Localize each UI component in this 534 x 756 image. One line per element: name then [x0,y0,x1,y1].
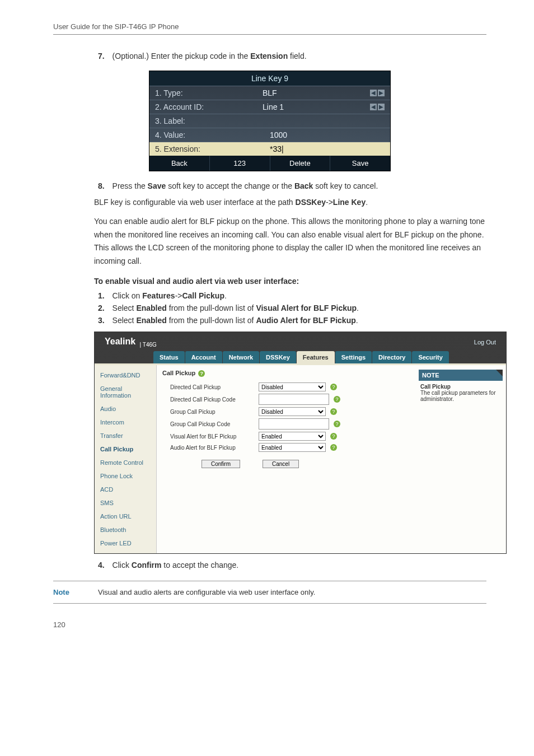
tab-features[interactable]: Features [297,351,335,363]
logout-link[interactable]: Log Out [474,339,496,346]
sidebar: Forward&DND General Information Audio In… [95,365,157,553]
phone-row-account: 2. Account ID: Line 1 ◀▶ [149,100,390,114]
phone-softkeys: Back 123 Delete Save [149,156,390,171]
label-group-call-pickup: Group Call Pickup [162,409,254,415]
tab-status[interactable]: Status [153,351,185,363]
phone-row-label: 3. Label: [149,114,390,128]
sidebar-item-phone-lock[interactable]: Phone Lock [95,469,156,483]
sidebar-item-audio[interactable]: Audio [95,402,156,416]
note-text: Visual and audio alerts are configurable… [98,588,315,596]
input-directed-call-pickup-code[interactable] [259,394,329,405]
phone-screen-title: Line Key 9 [149,71,390,86]
phone-screen-mock: Line Key 9 1. Type: BLF ◀▶ 2. Account ID… [149,71,391,171]
step-2: 2. Select Enabled from the pull-down lis… [98,304,486,312]
softkey-save[interactable]: Save [330,156,390,171]
confirm-button[interactable]: Confirm [202,460,240,468]
bottom-note-bar: Note Visual and audio alerts are configu… [53,581,486,604]
step-4: 4. Click Confirm to accept the change. [98,561,486,570]
sidebar-item-transfer[interactable]: Transfer [95,429,156,442]
help-icon[interactable]: ? [334,421,340,427]
webui-mock: Yealink | T46G Log Out Status Account Ne… [94,332,507,554]
softkey-back[interactable]: Back [149,156,210,171]
select-group-call-pickup[interactable]: Disabled [259,407,326,416]
cancel-button[interactable]: Cancel [263,460,299,468]
input-group-call-pickup-code[interactable] [259,418,329,430]
select-audio-alert[interactable]: Enabled [259,443,326,452]
note-head: NOTE [419,370,503,381]
brand-logo: Yealink | T46G [105,337,157,348]
tab-security[interactable]: Security [412,351,448,363]
help-icon[interactable]: ? [330,433,337,440]
note-column: NOTE Call Pickup The call pickup paramet… [415,365,506,553]
sidebar-item-action-url[interactable]: Action URL [95,510,156,523]
content-heading: Call Pickup? [162,370,410,377]
tab-network[interactable]: Network [223,351,259,363]
label-audio-alert: Audio Alert for BLF Pickup [162,445,254,451]
label-visual-alert: Visual Alert for BLF Pickup [162,433,254,440]
sidebar-item-intercom[interactable]: Intercom [95,416,156,429]
sidebar-item-bluetooth[interactable]: Bluetooth [95,523,156,536]
softkey-delete[interactable]: Delete [270,156,331,171]
sidebar-item-sms[interactable]: SMS [95,496,156,510]
label-directed-call-pickup: Directed Call Pickup [162,384,254,390]
sidebar-item-call-pickup[interactable]: Call Pickup [95,442,156,456]
section-heading: To enable visual and audio alert via web… [94,277,486,286]
arrow-icons: ◀▶ [370,104,385,110]
tab-dsskey[interactable]: DSSKey [260,351,296,363]
help-icon[interactable]: ? [334,396,340,403]
help-icon[interactable]: ? [330,408,337,415]
label-group-call-pickup-code: Group Call Pickup Code [162,421,254,427]
help-icon[interactable]: ? [330,444,337,451]
page-number: 120 [53,620,486,629]
note-body: Call Pickup The call pickup parameters f… [419,381,503,405]
tab-bar: Status Account Network DSSKey Features S… [153,351,506,363]
paragraph-blf-description: You can enable audio alert for BLF picku… [94,215,486,268]
header-text: User Guide for the SIP-T46G IP Phone [53,22,486,35]
note-label: Note [53,588,98,596]
tab-settings[interactable]: Settings [335,351,372,363]
tab-directory[interactable]: Directory [372,351,411,363]
arrow-icons: ◀▶ [370,90,385,96]
step-3: 3. Select Enabled from the pull-down lis… [98,316,486,325]
help-icon[interactable]: ? [330,384,337,390]
label-directed-call-pickup-code: Directed Call Pickup Code [162,396,254,403]
sidebar-item-remote-control[interactable]: Remote Control [95,456,156,469]
sidebar-item-power-led[interactable]: Power LED [95,536,156,550]
step-7: 7. (Optional.) Enter the pickup code in … [98,52,486,60]
sidebar-item-acd[interactable]: ACD [95,483,156,496]
softkey-123[interactable]: 123 [210,156,270,171]
step-1: 1. Click on Features->Call Pickup. [98,291,486,300]
phone-row-extension: 5. Extension: *33| [149,142,390,156]
select-directed-call-pickup[interactable]: Disabled [259,382,326,391]
paragraph-blf-path: BLF key is configurable via web user int… [94,196,486,209]
help-icon[interactable]: ? [198,370,205,377]
content-area: Call Pickup? Directed Call Pickup Disabl… [157,365,415,553]
tab-account[interactable]: Account [185,351,222,363]
phone-row-type: 1. Type: BLF ◀▶ [149,86,390,100]
phone-row-value: 4. Value: 1000 [149,128,390,142]
step-8: 8. Press the Save soft key to accept the… [98,181,486,190]
sidebar-item-general-info[interactable]: General Information [95,382,156,402]
sidebar-item-forward-dnd[interactable]: Forward&DND [95,368,156,382]
select-visual-alert[interactable]: Enabled [259,432,326,441]
